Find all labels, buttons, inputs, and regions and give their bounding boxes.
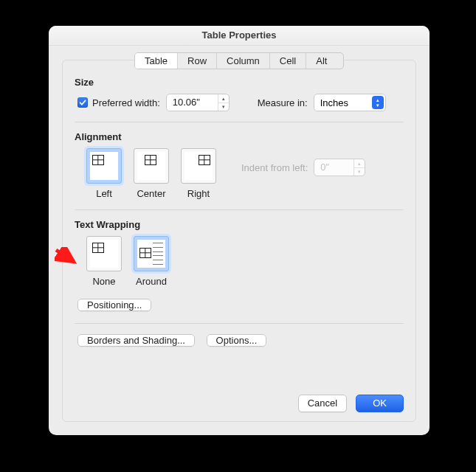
indent-from-left-label: Indent from left: xyxy=(241,162,308,173)
alignment-right-label: Right xyxy=(187,188,210,199)
measure-in-value: Inches xyxy=(320,97,348,108)
window-title: Table Properties xyxy=(49,26,430,46)
preferred-width-label: Preferred width: xyxy=(92,97,160,108)
size-heading: Size xyxy=(75,77,404,88)
ok-button[interactable]: OK xyxy=(356,395,404,412)
tab-table[interactable]: Table xyxy=(135,53,178,69)
tab-bar: Table Row Column Cell Alt Text xyxy=(134,52,344,69)
borders-and-shading-button[interactable]: Borders and Shading... xyxy=(77,334,195,347)
wrap-around-label: Around xyxy=(136,276,167,287)
tab-column[interactable]: Column xyxy=(217,53,270,69)
cancel-button[interactable]: Cancel xyxy=(298,395,347,412)
indent-stepper: ▴▾ xyxy=(353,159,365,176)
measure-in-label: Measure in: xyxy=(258,97,308,108)
wrap-none-label: None xyxy=(92,276,115,287)
indent-from-left-input: 0" ▴▾ xyxy=(314,159,365,176)
preferred-width-input[interactable]: 10.06" ▴▾ xyxy=(166,94,230,111)
tab-alt-text[interactable]: Alt Text xyxy=(306,53,343,69)
options-button[interactable]: Options... xyxy=(207,334,267,347)
alignment-right[interactable] xyxy=(181,148,216,184)
preferred-width-checkbox[interactable] xyxy=(77,97,88,108)
wrap-none[interactable] xyxy=(86,236,122,271)
alignment-center[interactable] xyxy=(134,148,169,184)
alignment-left-label: Left xyxy=(96,188,112,199)
measure-in-select[interactable]: Inches ▴▾ xyxy=(314,94,386,111)
dialog-body: Table Row Column Cell Alt Text Size Pref… xyxy=(62,60,416,422)
text-wrapping-heading: Text Wrapping xyxy=(75,219,404,230)
tab-cell[interactable]: Cell xyxy=(270,53,306,69)
table-properties-dialog: Table Properties Table Row Column Cell A… xyxy=(49,26,430,435)
alignment-heading: Alignment xyxy=(75,131,404,142)
tab-row[interactable]: Row xyxy=(178,53,217,69)
preferred-width-value: 10.06" xyxy=(167,94,218,111)
alignment-left[interactable] xyxy=(86,148,122,184)
alignment-center-label: Center xyxy=(137,188,165,199)
indent-from-left-value: 0" xyxy=(314,159,353,176)
wrap-around[interactable] xyxy=(134,236,169,271)
preferred-width-stepper[interactable]: ▴▾ xyxy=(218,94,229,111)
chevron-updown-icon: ▴▾ xyxy=(372,96,384,109)
positioning-button[interactable]: Positioning... xyxy=(77,299,151,311)
